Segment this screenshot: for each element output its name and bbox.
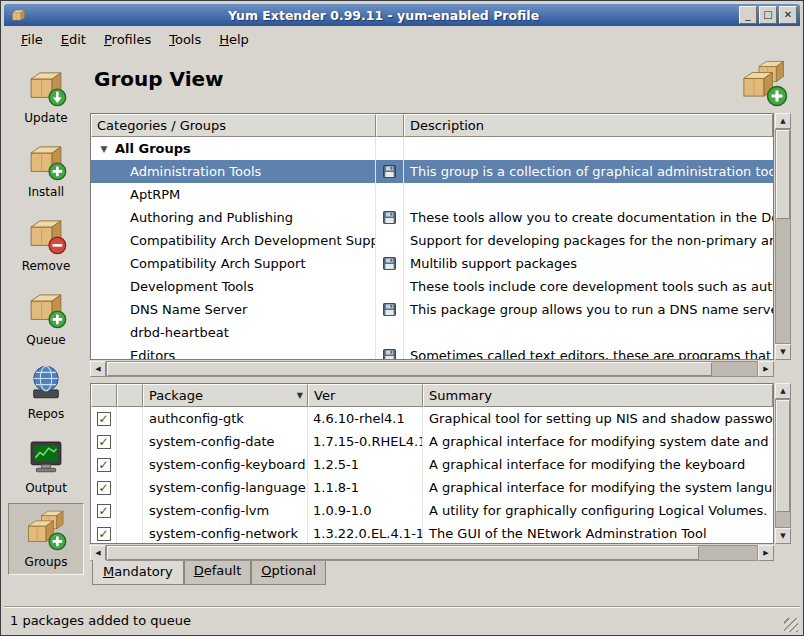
update-icon xyxy=(25,65,67,110)
groups-horizontal-scrollbar[interactable]: ◀ ▶ xyxy=(90,361,774,377)
titlebar[interactable]: Yum Extender 0.99.11 - yum-enabled Profi… xyxy=(4,4,800,26)
package-version: 1.7.15-0.RHEL4.1 xyxy=(308,430,423,453)
column-header-description[interactable]: Description xyxy=(404,114,773,137)
scrollbar-trough[interactable] xyxy=(106,361,758,377)
package-name: system-config-date xyxy=(143,430,308,453)
column-header-package[interactable]: Package ▼ xyxy=(143,384,308,407)
group-row[interactable]: drbd-heartbeat xyxy=(91,321,773,344)
close-button[interactable]: ✕ xyxy=(779,6,797,24)
scrollbar-trough[interactable] xyxy=(106,545,758,561)
resize-grip[interactable] xyxy=(784,618,798,632)
scrollbar-trough[interactable] xyxy=(775,399,791,528)
expander-icon[interactable]: ▼ xyxy=(96,144,112,154)
scroll-right-button[interactable]: ▶ xyxy=(758,545,774,561)
menu-edit[interactable]: Edit xyxy=(52,28,95,51)
sidebar-item-install[interactable]: Install xyxy=(8,133,84,205)
menu-help[interactable]: Help xyxy=(210,28,258,51)
groups-vertical-scrollbar[interactable]: ▲ ▼ xyxy=(775,113,791,360)
scrollbar-thumb[interactable] xyxy=(776,130,790,219)
sidebar-item-remove[interactable]: Remove xyxy=(8,207,84,279)
group-name: Authoring and Publishing xyxy=(130,210,293,225)
check-icon: ✓ xyxy=(98,482,108,494)
scrollbar-thumb[interactable] xyxy=(107,546,699,560)
column-header-categories[interactable]: Categories / Groups xyxy=(91,114,376,137)
group-row[interactable]: Administration ToolsThis group is a coll… xyxy=(91,160,773,183)
maximize-button[interactable]: □ xyxy=(759,6,777,24)
group-row[interactable]: Compatibility Arch Development SupportSu… xyxy=(91,229,773,252)
scrollbar-thumb[interactable] xyxy=(107,362,712,376)
column-header-summary[interactable]: Summary xyxy=(423,384,773,407)
tab-mandatory[interactable]: Mandatory xyxy=(92,560,184,585)
package-name: system-config-language xyxy=(143,476,308,499)
package-row[interactable]: ✓system-config-keyboard1.2.5-1A graphica… xyxy=(91,453,773,476)
sidebar: Update Install Remove Queue Repos Output xyxy=(4,53,88,606)
scroll-down-button[interactable]: ▼ xyxy=(775,344,791,360)
package-checkbox[interactable]: ✓ xyxy=(97,435,111,449)
group-row[interactable]: EditorsSometimes called text editors, th… xyxy=(91,344,773,359)
menu-file[interactable]: File xyxy=(12,28,52,51)
scroll-right-button[interactable]: ▶ xyxy=(758,361,774,377)
check-icon: ✓ xyxy=(98,505,108,517)
package-checkbox[interactable]: ✓ xyxy=(97,458,111,472)
package-row[interactable]: ✓system-config-lvm1.0.9-1.0A utility for… xyxy=(91,499,773,522)
package-name: system-config-lvm xyxy=(143,499,308,522)
group-description: Support for developing packages for the … xyxy=(410,233,773,248)
group-root-row[interactable]: ▼ All Groups xyxy=(91,137,773,160)
scrollbar-trough[interactable] xyxy=(775,129,791,344)
remove-icon xyxy=(25,213,67,258)
scroll-down-button[interactable]: ▼ xyxy=(775,528,791,544)
package-row[interactable]: ✓system-config-date1.7.15-0.RHEL4.1A gra… xyxy=(91,430,773,453)
sidebar-item-output[interactable]: Output xyxy=(8,429,84,501)
tab-default[interactable]: Default xyxy=(184,560,252,585)
group-package-tabs: Mandatory Default Optional xyxy=(92,560,790,585)
sidebar-item-update[interactable]: Update xyxy=(8,59,84,131)
menu-profiles[interactable]: Profiles xyxy=(95,28,160,51)
window-title: Yum Extender 0.99.11 - yum-enabled Profi… xyxy=(30,8,737,23)
sidebar-item-repos[interactable]: Repos xyxy=(8,355,84,427)
package-checkbox[interactable]: ✓ xyxy=(97,481,111,495)
package-summary: A graphical interface for modifying the … xyxy=(423,476,773,499)
column-header-status[interactable] xyxy=(117,384,143,407)
packages-horizontal-scrollbar[interactable]: ◀ ▶ xyxy=(90,545,774,561)
scroll-right-icon: ▶ xyxy=(763,365,768,373)
group-name: Editors xyxy=(130,348,175,359)
group-row[interactable]: Authoring and PublishingThese tools allo… xyxy=(91,206,773,229)
sidebar-item-queue[interactable]: Queue xyxy=(8,281,84,353)
package-checkbox[interactable]: ✓ xyxy=(97,412,111,426)
package-header-label: Package xyxy=(149,388,203,403)
sidebar-item-groups[interactable]: Groups xyxy=(8,503,84,575)
check-icon: ✓ xyxy=(98,413,108,425)
menu-tools[interactable]: Tools xyxy=(160,28,210,51)
group-name: Administration Tools xyxy=(130,164,261,179)
statusbar: 1 packages added to queue xyxy=(4,606,800,632)
group-description: This package group allows you to run a D… xyxy=(410,302,773,317)
package-row[interactable]: ✓system-config-network1.3.22.0.EL.4.1-1T… xyxy=(91,522,773,543)
group-row[interactable]: DNS Name ServerThis package group allows… xyxy=(91,298,773,321)
group-name: Development Tools xyxy=(130,279,254,294)
page-title: Group View xyxy=(90,57,224,91)
package-row[interactable]: ✓authconfig-gtk4.6.10-rhel4.1Graphical t… xyxy=(91,407,773,430)
maximize-icon: □ xyxy=(763,10,772,20)
minimize-button[interactable]: _ xyxy=(739,6,757,24)
scroll-up-button[interactable]: ▲ xyxy=(775,113,791,129)
column-header-checkbox[interactable] xyxy=(91,384,117,407)
column-header-ver[interactable]: Ver xyxy=(308,384,423,407)
close-icon: ✕ xyxy=(784,10,792,20)
scrollbar-thumb[interactable] xyxy=(776,400,790,512)
tab-optional[interactable]: Optional xyxy=(251,560,326,585)
packages-vertical-scrollbar[interactable]: ▲ ▼ xyxy=(775,383,791,544)
scroll-up-button[interactable]: ▲ xyxy=(775,383,791,399)
package-row[interactable]: ✓system-config-language1.1.8-1A graphica… xyxy=(91,476,773,499)
package-checkbox[interactable]: ✓ xyxy=(97,504,111,518)
group-row[interactable]: Compatibility Arch SupportMultilib suppo… xyxy=(91,252,773,275)
group-row[interactable]: AptRPM xyxy=(91,183,773,206)
scroll-up-icon: ▲ xyxy=(780,117,785,125)
column-header-installed[interactable] xyxy=(376,114,404,137)
package-version: 1.3.22.0.EL.4.1-1 xyxy=(308,522,423,543)
package-name: system-config-keyboard xyxy=(143,453,308,476)
package-checkbox[interactable]: ✓ xyxy=(97,527,111,541)
scroll-left-button[interactable]: ◀ xyxy=(90,361,106,377)
scroll-left-button[interactable]: ◀ xyxy=(90,545,106,561)
group-row[interactable]: Development ToolsThese tools include cor… xyxy=(91,275,773,298)
group-name: DNS Name Server xyxy=(130,302,247,317)
